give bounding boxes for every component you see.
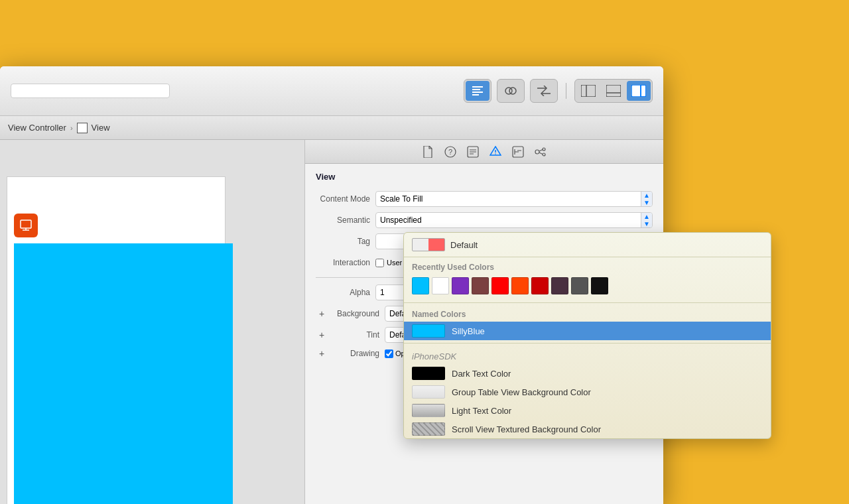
- named-color-sillyblue[interactable]: SillyBlue: [404, 322, 771, 340]
- swatch-nearblack[interactable]: [591, 277, 608, 294]
- panel-left-btn[interactable]: [576, 81, 600, 101]
- named-color-scroll-textured[interactable]: Scroll View Textured Background Color: [404, 420, 771, 438]
- svg-point-30: [543, 148, 545, 151]
- svg-line-33: [539, 153, 543, 155]
- named-color-dark-text[interactable]: Dark Text Color: [404, 364, 771, 383]
- swatch-orangered[interactable]: [511, 277, 529, 294]
- svg-point-31: [543, 153, 545, 156]
- panel-right-btn[interactable]: [627, 81, 651, 101]
- breadcrumb-view-controller-label: View Controller: [8, 123, 66, 133]
- recently-used-title: Recently Used Colors: [404, 257, 771, 275]
- svg-point-29: [535, 150, 539, 154]
- canvas-blue-view: [14, 243, 233, 504]
- dark-text-swatch: [412, 367, 445, 380]
- svg-rect-6: [581, 85, 596, 97]
- named-colors-title: Named Colors: [404, 306, 771, 322]
- svg-line-32: [539, 149, 543, 151]
- text-align-group: [464, 79, 491, 103]
- clip-group: [497, 79, 525, 103]
- tint-plus: +: [316, 330, 328, 340]
- swatch-darkpurple[interactable]: [551, 277, 568, 294]
- canvas-panel: [0, 140, 305, 504]
- panel-bottom-btn[interactable]: [602, 81, 625, 101]
- group-table-label: Group Table View Background Color: [452, 387, 591, 397]
- content-mode-select[interactable]: Scale To Fill ▲▼: [375, 191, 653, 207]
- color-dropdown: Default Recently Used Colors Named Color…: [403, 232, 771, 439]
- tab-file[interactable]: [419, 144, 436, 160]
- svg-point-5: [509, 88, 516, 94]
- inspector-tabs: ?: [305, 140, 663, 164]
- color-default-row[interactable]: Default: [404, 233, 771, 257]
- content-mode-row: Content Mode Scale To Fill ▲▼: [316, 191, 653, 207]
- named-color-light-text[interactable]: Light Text Color: [404, 401, 771, 420]
- tab-identity[interactable]: [464, 144, 482, 160]
- search-input[interactable]: [11, 84, 170, 98]
- default-color-label: Default: [450, 240, 478, 250]
- svg-rect-2: [472, 92, 483, 93]
- svg-rect-3: [472, 94, 479, 95]
- interaction-label: Interaction: [316, 258, 375, 267]
- svg-rect-1: [472, 89, 480, 90]
- svg-rect-8: [606, 85, 621, 97]
- background-plus: +: [316, 308, 328, 319]
- swatch-darkred[interactable]: [472, 277, 489, 294]
- scroll-textured-label: Scroll View Textured Background Color: [452, 424, 601, 434]
- view-icon: [77, 123, 88, 133]
- svg-rect-10: [631, 85, 646, 97]
- svg-point-24: [495, 153, 496, 155]
- canvas-view-container: [7, 176, 226, 504]
- swatch-darkgray[interactable]: [571, 277, 588, 294]
- swatch-white[interactable]: [432, 277, 449, 294]
- content-mode-value: Scale To Fill: [380, 194, 423, 204]
- tab-attributes[interactable]: [487, 144, 504, 160]
- tint-label: Tint: [330, 330, 385, 340]
- sillyblue-swatch: [412, 324, 445, 338]
- section-title-view: View: [316, 172, 653, 184]
- swatch-purple[interactable]: [452, 277, 469, 294]
- breadcrumb-view-label: View: [92, 123, 110, 133]
- breadcrumb-view[interactable]: View: [77, 123, 110, 133]
- clip-btn[interactable]: [499, 81, 523, 101]
- content-mode-label: Content Mode: [316, 194, 375, 204]
- svg-text:?: ?: [448, 148, 452, 156]
- drawing-plus: +: [316, 348, 328, 359]
- breadcrumb-chevron: ›: [70, 124, 73, 132]
- named-color-group-table[interactable]: Group Table View Background Color: [404, 383, 771, 401]
- swap-group: [530, 79, 558, 103]
- semantic-arrows: ▲▼: [641, 213, 652, 227]
- svg-rect-0: [472, 86, 483, 88]
- breadcrumb: View Controller › View: [0, 116, 663, 140]
- dark-text-label: Dark Text Color: [452, 369, 511, 379]
- view-controller-icon: [14, 214, 38, 237]
- named-separator: [404, 343, 771, 344]
- swatch-darkred2[interactable]: [531, 277, 549, 294]
- alpha-label: Alpha: [316, 288, 375, 297]
- drawing-label: Drawing: [330, 349, 385, 358]
- background-label: Background: [330, 309, 385, 318]
- swatch-red[interactable]: [491, 277, 509, 294]
- semantic-value: Unspecified: [380, 216, 422, 225]
- recent-swatches-row: [404, 275, 771, 300]
- tab-size[interactable]: [509, 144, 527, 160]
- user-interaction-checkbox[interactable]: [375, 259, 384, 267]
- swatches-separator: [404, 302, 771, 303]
- breadcrumb-view-controller[interactable]: View Controller: [8, 123, 66, 133]
- panel-toggle-group: [574, 79, 653, 103]
- tab-help[interactable]: ?: [442, 144, 459, 160]
- light-text-label: Light Text Color: [452, 406, 511, 416]
- toolbar: [0, 66, 663, 116]
- swap-btn[interactable]: [532, 81, 556, 101]
- tab-connections[interactable]: [532, 144, 549, 160]
- default-color-swatch: [412, 238, 445, 251]
- sillyblue-label: SillyBlue: [452, 326, 485, 336]
- align-btn[interactable]: [466, 81, 490, 101]
- tag-label: Tag: [316, 237, 375, 246]
- swatch-cyan[interactable]: [412, 277, 429, 294]
- content-mode-arrows: ▲▼: [641, 192, 652, 206]
- opaque-checkbox[interactable]: [385, 349, 393, 358]
- semantic-select[interactable]: Unspecified ▲▼: [375, 212, 653, 228]
- group-table-swatch: [412, 385, 445, 399]
- semantic-row: Semantic Unspecified ▲▼: [316, 212, 653, 228]
- light-text-swatch: [412, 404, 445, 417]
- iphoneSDK-title: iPhoneSDK: [404, 346, 771, 364]
